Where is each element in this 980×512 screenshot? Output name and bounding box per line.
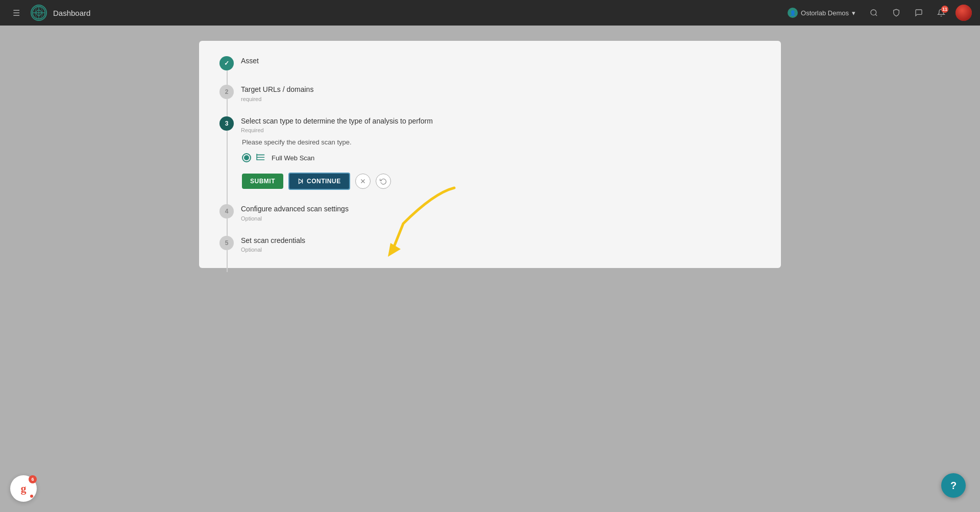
step-3-content: Select scan type to determine the type o… bbox=[241, 116, 433, 134]
svg-rect-9 bbox=[256, 159, 264, 160]
svg-marker-11 bbox=[299, 179, 303, 184]
step-1-indicator: ✓ bbox=[219, 56, 234, 70]
step-4-indicator: 4 bbox=[219, 204, 234, 218]
shield-button[interactable] bbox=[888, 5, 904, 21]
grammarly-widget[interactable]: 6 g bbox=[10, 475, 37, 502]
radio-selected[interactable] bbox=[242, 153, 251, 162]
step-3: 3 Select scan type to determine the type… bbox=[219, 116, 761, 190]
submit-button[interactable]: SUBMIT bbox=[242, 174, 283, 189]
step-3-label: Select scan type to determine the type o… bbox=[241, 116, 433, 127]
avatar[interactable] bbox=[955, 5, 972, 21]
step-2-label: Target URLs / domains bbox=[241, 85, 313, 95]
svg-rect-7 bbox=[256, 155, 264, 156]
step-2-sublabel: required bbox=[241, 96, 313, 102]
hamburger-menu[interactable]: ☰ bbox=[8, 5, 24, 21]
avatar-image bbox=[955, 5, 972, 21]
step-3-expanded: Please specify the desired scan type. Fu… bbox=[241, 138, 782, 190]
list-icon bbox=[256, 154, 266, 162]
step-1-content: Asset bbox=[241, 56, 259, 66]
full-web-scan-label: Full Web Scan bbox=[272, 154, 314, 162]
navbar-left: ☰ Dashboard bbox=[8, 5, 90, 21]
step-3-indicator: 3 bbox=[219, 116, 234, 131]
notification-badge: 11 bbox=[941, 6, 948, 13]
step-4-sublabel: Optional bbox=[241, 215, 349, 222]
app-logo bbox=[31, 5, 47, 21]
scan-option-full-web[interactable]: Full Web Scan bbox=[242, 153, 782, 162]
user-menu[interactable]: 👤 Ostorlab Demos ▾ bbox=[783, 6, 860, 20]
continue-button[interactable]: CONTINUE bbox=[288, 173, 350, 190]
step-3-header: 3 Select scan type to determine the type… bbox=[219, 116, 433, 134]
step-5: 5 Set scan credentials Optional bbox=[219, 236, 761, 253]
step-3-sublabel: Required bbox=[241, 127, 433, 133]
navbar-right: 👤 Ostorlab Demos ▾ 11 bbox=[783, 5, 972, 21]
help-button[interactable]: ? bbox=[941, 473, 966, 498]
user-icon: 👤 bbox=[788, 8, 798, 18]
navbar: ☰ Dashboard 👤 Ostorlab Demos ▾ bbox=[0, 0, 980, 26]
scan-prompt: Please specify the desired scan type. bbox=[242, 138, 782, 146]
wizard-card: ✓ Asset 2 Target URLs / domains required… bbox=[199, 41, 781, 268]
message-button[interactable] bbox=[911, 5, 927, 21]
step-2: 2 Target URLs / domains required bbox=[219, 85, 761, 102]
step-4-content: Configure advanced scan settings Optiona… bbox=[241, 204, 349, 222]
cancel-button[interactable] bbox=[355, 174, 371, 189]
action-buttons: SUBMIT CONTINUE bbox=[242, 173, 782, 190]
step-2-indicator: 2 bbox=[219, 85, 234, 99]
widget-dot bbox=[30, 495, 33, 498]
widget-badge: 6 bbox=[29, 475, 37, 483]
widget-logo: g bbox=[21, 482, 27, 495]
step-4: 4 Configure advanced scan settings Optio… bbox=[219, 204, 761, 222]
search-button[interactable] bbox=[866, 5, 882, 21]
svg-rect-10 bbox=[256, 154, 257, 160]
page-title: Dashboard bbox=[53, 9, 90, 17]
step-5-sublabel: Optional bbox=[241, 247, 305, 253]
reset-button[interactable] bbox=[376, 174, 391, 189]
step-4-label: Configure advanced scan settings bbox=[241, 204, 349, 214]
main-content: ✓ Asset 2 Target URLs / domains required… bbox=[0, 26, 980, 283]
step-5-content: Set scan credentials Optional bbox=[241, 236, 305, 253]
svg-rect-8 bbox=[256, 157, 264, 158]
svg-point-5 bbox=[871, 10, 876, 15]
step-5-label: Set scan credentials bbox=[241, 236, 305, 246]
dropdown-icon: ▾ bbox=[852, 9, 855, 17]
step-1: ✓ Asset bbox=[219, 56, 761, 70]
step-1-label: Asset bbox=[241, 56, 259, 66]
step-2-content: Target URLs / domains required bbox=[241, 85, 313, 102]
svg-line-6 bbox=[875, 14, 877, 16]
bell-button[interactable]: 11 bbox=[933, 5, 949, 21]
radio-inner bbox=[244, 155, 249, 160]
user-name: Ostorlab Demos bbox=[801, 9, 849, 17]
step-5-indicator: 5 bbox=[219, 236, 234, 250]
